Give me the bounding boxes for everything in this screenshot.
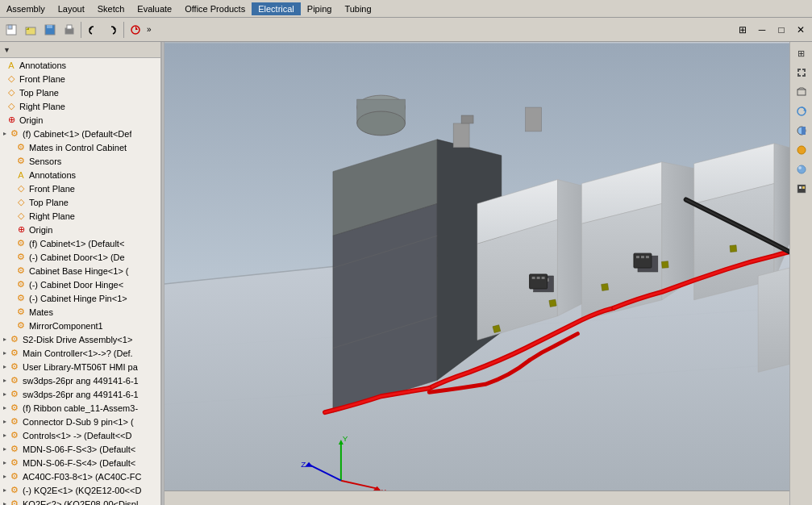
tree-item-origin2[interactable]: ⊕Origin: [0, 223, 160, 236]
window-close[interactable]: ✕: [792, 21, 810, 39]
tree-item-mirror1[interactable]: ⚙MirrorComponent1: [0, 319, 160, 332]
tree-expand-icon-user-library[interactable]: ▸: [3, 363, 6, 370]
tree-item-sensors[interactable]: ⚙Sensors: [0, 154, 160, 168]
tree-icon-mates: ⚙: [15, 306, 27, 319]
menu-evaluate[interactable]: Evaluate: [131, 2, 178, 15]
menu-layout[interactable]: Layout: [52, 2, 91, 15]
shaded-btn[interactable]: [793, 161, 810, 178]
tree-label-front-plane2: Front Plane: [29, 184, 75, 194]
tree-item-top-plane2[interactable]: ◇Top Plane: [0, 195, 160, 209]
tree-item-mates-control[interactable]: ⚙Mates in Control Cabinet: [0, 140, 160, 154]
undo-btn[interactable]: [84, 21, 102, 39]
section-view-btn[interactable]: [793, 122, 810, 140]
save-btn[interactable]: [41, 21, 59, 39]
tree-item-kq2e2[interactable]: ▸⚙KQ2E<2> (KQ2E08-00<Displ.: [0, 497, 160, 505]
menu-assembly[interactable]: Assembly: [0, 2, 52, 15]
tree-item-front-plane2[interactable]: ◇Front Plane: [0, 182, 160, 195]
display-style-btn[interactable]: [793, 141, 810, 159]
tree-expand-icon-mdn-s06-f-s4[interactable]: ▸: [3, 459, 6, 466]
tree-item-origin1[interactable]: ⊕Origin: [0, 113, 160, 127]
tree-item-cabinet-door-hinge[interactable]: ⚙(-) Cabinet Door Hinge<: [0, 278, 160, 291]
tree-label-top-plane2: Top Plane: [29, 198, 69, 207]
tree-expand-icon-cabinet1[interactable]: ▸: [3, 130, 6, 137]
tree-expand-icon-main-ctrl[interactable]: ▸: [3, 349, 6, 357]
tree-item-connector-d[interactable]: ▸⚙Connector D-Sub 9 pin<1> (: [0, 415, 160, 428]
tree-item-front-plane1[interactable]: ◇Front Plane: [0, 72, 160, 86]
tree-item-mates[interactable]: ⚙Mates: [0, 305, 160, 319]
tree-collapse-toggle[interactable]: ▼: [3, 46, 10, 54]
tree-expand-icon-kq2e1[interactable]: ▸: [3, 486, 6, 494]
render-btn[interactable]: [793, 180, 810, 198]
window-max[interactable]: □: [772, 21, 790, 39]
svg-marker-42: [758, 268, 789, 372]
menu-piping[interactable]: Piping: [301, 2, 339, 15]
tree-icon-cabinet-hinge-pin: ⚙: [15, 292, 27, 305]
options-btn[interactable]: ⊞: [734, 21, 752, 39]
tree-label-mdn-s06-f-s4: MDN-S-06-F-S<4> (Default<: [23, 458, 135, 468]
tree-item-cabinet-hinge-pin[interactable]: ⚙(-) Cabinet Hinge Pin<1>: [0, 291, 160, 305]
tree-item-mdn-s06-f-s4[interactable]: ▸⚙MDN-S-06-F-S<4> (Default<: [0, 456, 160, 470]
menu-tubing[interactable]: Tubing: [338, 2, 377, 15]
rebuild-btn[interactable]: [127, 21, 144, 39]
tree-item-top-plane1[interactable]: ◇Top Plane: [0, 86, 160, 99]
tree-expand-icon-sw3dps-2[interactable]: ▸: [3, 390, 6, 398]
tree-item-main-ctrl[interactable]: ▸⚙Main Controller<1>->? (Def.: [0, 346, 160, 360]
tree-item-mdn-s06-f-s3[interactable]: ▸⚙MDN-S-06-F-S<3> (Default<: [0, 442, 160, 456]
tree-label-cabinet-door: (-) Cabinet Door<1> (De: [29, 252, 125, 262]
tree-item-annotations1[interactable]: AAnnotations: [0, 58, 160, 72]
tree-item-ac40c-f03[interactable]: ▸⚙AC40C-F03-8<1> (AC40C-FC: [0, 470, 160, 483]
view-options-btn[interactable]: ⊞: [793, 44, 810, 62]
tree-item-sw3dps-2[interactable]: ▸⚙sw3dps-26pr ang 449141-6-1: [0, 387, 160, 401]
menu-electrical[interactable]: Electrical: [252, 2, 301, 15]
tree-item-s2-disk[interactable]: ▸⚙S2-Disk Drive Assembly<1>: [0, 332, 160, 346]
tree-item-cabinet-base[interactable]: ⚙Cabinet Base Hinge<1> (: [0, 264, 160, 278]
rotate-view-btn[interactable]: [793, 102, 810, 120]
tree-icon-annotations1: A: [5, 59, 18, 72]
tree-item-kq2e1[interactable]: ▸⚙(-) KQ2E<1> (KQ2E12-00<<D: [0, 483, 160, 497]
3d-viewport[interactable]: X Y Z: [164, 42, 789, 505]
toolbar-expand[interactable]: »: [145, 25, 153, 34]
tree-icon-mirror1: ⚙: [15, 319, 27, 332]
perspective-btn[interactable]: [793, 83, 810, 101]
tree-icon-sw3dps-2: ⚙: [8, 388, 21, 401]
tree-label-sw3dps-2: sw3dps-26pr ang 449141-6-1: [23, 390, 139, 399]
svg-rect-78: [802, 186, 805, 189]
menu-sketch[interactable]: Sketch: [91, 2, 131, 15]
tree-item-annotations2[interactable]: AAnnotations: [0, 168, 160, 182]
tree-item-controls1[interactable]: ▸⚙Controls<1> -> (Default<<D: [0, 428, 160, 442]
tree-expand-icon-ribbon-cable[interactable]: ▸: [3, 404, 6, 411]
tree-expand-icon-s2-disk[interactable]: ▸: [3, 336, 6, 343]
tree-expand-icon-kq2e2[interactable]: ▸: [3, 500, 6, 505]
svg-point-75: [798, 166, 802, 169]
tree-label-ac40c-f03: AC40C-F03-8<1> (AC40C-FC: [23, 472, 141, 482]
zoom-to-fit-btn[interactable]: [793, 64, 810, 81]
tree-label-sw3dps-1: sw3dps-26pr ang 449141-6-1: [23, 376, 139, 386]
tree-expand-icon-ac40c-f03[interactable]: ▸: [3, 473, 6, 480]
tree-expand-icon-mdn-s06-f-s3[interactable]: ▸: [3, 445, 6, 453]
tree-icon-mdn-s06-f-s4: ⚙: [8, 457, 21, 470]
tree-label-annotations1: Annotations: [19, 61, 66, 70]
tree-item-sw3dps-1[interactable]: ▸⚙sw3dps-26pr ang 449141-6-1: [0, 374, 160, 387]
redo-btn[interactable]: [103, 21, 121, 39]
tree-item-cabinet-door[interactable]: ⚙(-) Cabinet Door<1> (De: [0, 250, 160, 264]
tree-items-container: AAnnotations◇Front Plane◇Top Plane◇Right…: [0, 58, 160, 505]
tree-item-user-library[interactable]: ▸⚙User Library-MT506T HMI pa: [0, 360, 160, 374]
tree-label-front-plane1: Front Plane: [19, 74, 65, 84]
tree-expand-icon-controls1[interactable]: ▸: [3, 432, 6, 439]
open-btn[interactable]: [22, 21, 40, 39]
tree-item-right-plane1[interactable]: ◇Right Plane: [0, 99, 160, 113]
tree-item-right-plane2[interactable]: ◇Right Plane: [0, 209, 160, 223]
menu-bar: Assembly Layout Sketch Evaluate Office P…: [0, 0, 812, 18]
tree-item-ribbon-cable[interactable]: ▸⚙(f) Ribbon cable_11-Assem3-: [0, 401, 160, 415]
window-min[interactable]: ─: [753, 21, 771, 39]
svg-rect-1: [8, 25, 12, 29]
print-btn[interactable]: [60, 21, 78, 39]
tree-label-cabinet-base: Cabinet Base Hinge<1> (: [29, 266, 129, 276]
menu-office[interactable]: Office Products: [178, 2, 252, 15]
new-btn[interactable]: [2, 21, 20, 39]
tree-expand-icon-sw3dps-1[interactable]: ▸: [3, 377, 6, 384]
tree-item-cabinet1[interactable]: ▸⚙(f) Cabinet<1> (Default<Def: [0, 127, 160, 140]
main-toolbar: » ⊞ ─ □ ✕: [0, 18, 812, 42]
tree-expand-icon-connector-d[interactable]: ▸: [3, 418, 6, 425]
tree-item-cabinet1b[interactable]: ⚙(f) Cabinet<1> (Default<: [0, 236, 160, 250]
